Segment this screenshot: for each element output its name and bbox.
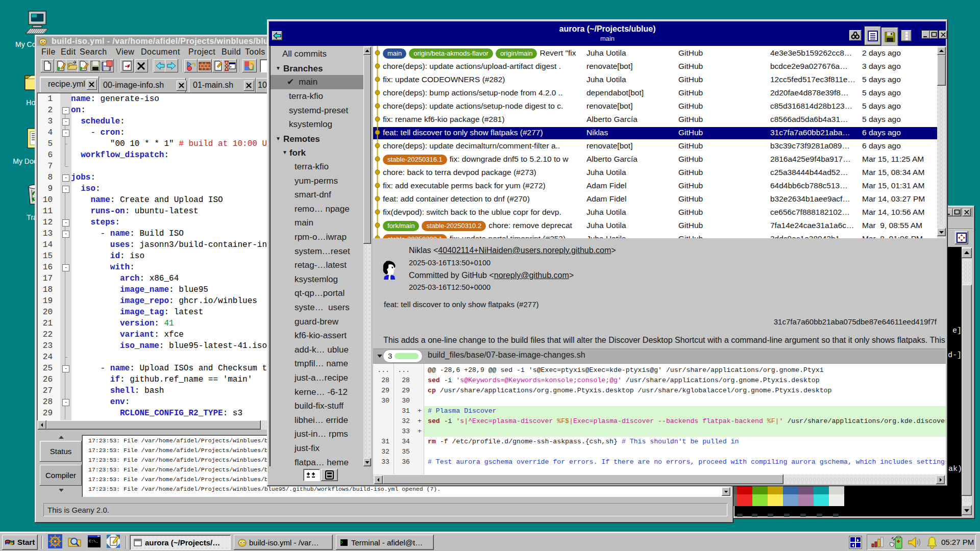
svg-text:C:\_: C:\_ — [89, 539, 99, 543]
